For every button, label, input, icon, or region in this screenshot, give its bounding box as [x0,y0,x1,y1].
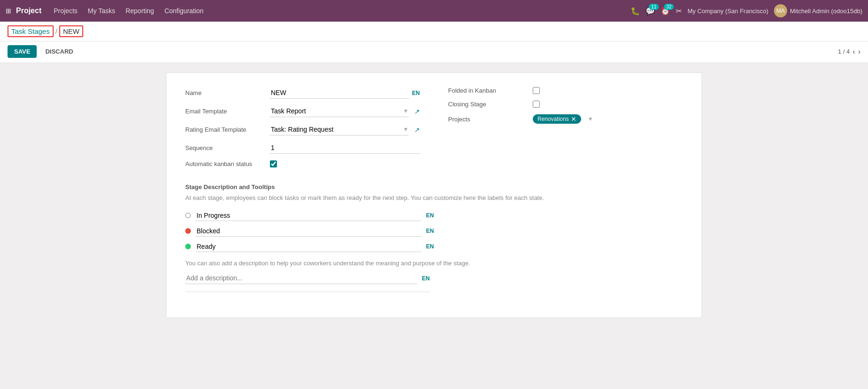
auto-kanban-label: Automatic kanban status [185,160,270,167]
action-bar: SAVE DISCARD 1 / 4 ‹ › [0,41,868,63]
closing-row: Closing Stage [448,101,683,108]
stage-description-section: Stage Description and Tooltips At each s… [185,183,683,292]
folded-checkbox[interactable] [533,87,540,94]
action-buttons: SAVE DISCARD [8,45,78,58]
section-description: At each stage, employees can block tasks… [185,193,683,203]
prev-page-button[interactable]: ‹ [852,48,855,56]
section-title: Stage Description and Tooltips [185,183,683,191]
projects-row: Projects Renovations ✕ ▼ [448,114,683,124]
breadcrumb-bar: Task Stages / NEW [0,22,868,41]
email-template-arrow: ▼ [403,108,409,114]
sequence-input[interactable] [270,142,420,154]
topnav-right: 🐛 💬 11 ⏰ 32 ✂ My Company (San Francisco)… [631,4,862,17]
rating-email-arrow: ▼ [403,126,409,133]
sequence-row: Sequence [185,142,420,154]
form-card: Name EN Email Template Task Report [166,72,702,318]
form-grid: Name EN Email Template Task Report [185,87,683,174]
blocked-dot [185,228,191,234]
save-button[interactable]: SAVE [8,45,37,58]
next-page-button[interactable]: › [858,48,860,56]
in-progress-row: EN [185,210,683,221]
blocked-row: EN [185,226,683,237]
description-hint: You can also add a description to help y… [185,259,683,268]
desc-lang[interactable]: EN [422,275,430,282]
closing-control [533,101,683,108]
nav-reporting[interactable]: Reporting [125,5,155,16]
user-name: Mitchell Admin (odoo15db) [790,8,862,15]
blocked-input[interactable] [196,226,421,237]
nav-links: Projects My Tasks Reporting Configuratio… [53,5,631,16]
folded-row: Folded in Kanban [448,87,683,94]
projects-control: Renovations ✕ ▼ [533,114,683,124]
rating-email-label: Rating Email Template [185,126,270,133]
rating-email-control: Task: Rating Request ▼ ↗ [270,124,420,135]
email-template-external-link[interactable]: ↗ [414,108,420,115]
avatar: MA [774,4,787,17]
in-progress-dot [185,213,191,218]
ready-input[interactable] [196,241,421,252]
auto-kanban-row: Automatic kanban status [185,160,420,167]
email-template-label: Email Template [185,108,270,115]
folded-control [533,87,683,94]
pagination: 1 / 4 ‹ › [838,48,860,56]
nav-configuration[interactable]: Configuration [164,5,205,16]
messages-badge: 11 [649,4,659,10]
blocked-lang[interactable]: EN [426,228,434,234]
name-lang-tag[interactable]: EN [412,90,420,96]
nav-projects[interactable]: Projects [53,5,79,16]
user-menu[interactable]: MA Mitchell Admin (odoo15db) [774,4,862,17]
clock-icon[interactable]: ⏰ 32 [661,7,670,16]
scissors-icon[interactable]: ✂ [676,7,682,16]
email-template-row: Email Template Task Report ▼ ↗ [185,105,420,117]
auto-kanban-checkbox[interactable] [270,160,277,167]
breadcrumb-separator: / [55,27,57,35]
main-content: Name EN Email Template Task Report [0,63,868,327]
projects-tag: Renovations ✕ [533,114,581,124]
messages-icon[interactable]: 💬 11 [646,7,655,16]
ready-row: EN [185,241,683,252]
sequence-label: Sequence [185,144,270,151]
name-control: EN [270,87,420,99]
email-template-control: Task Report ▼ ↗ [270,105,420,117]
left-section: Name EN Email Template Task Report [185,87,420,174]
top-navigation: ⊞ Project Projects My Tasks Reporting Co… [0,0,868,22]
ready-lang[interactable]: EN [426,243,434,250]
grid-icon[interactable]: ⊞ [6,7,11,15]
description-input[interactable] [185,272,417,284]
closing-label: Closing Stage [448,101,533,108]
tag-remove-button[interactable]: ✕ [571,115,576,123]
email-template-select-wrap: Task Report ▼ [270,105,409,117]
closing-checkbox[interactable] [533,101,540,108]
email-template-select[interactable]: Task Report [270,105,401,117]
auto-kanban-control [270,160,420,167]
rating-email-row: Rating Email Template Task: Rating Reque… [185,124,420,135]
rating-email-select[interactable]: Task: Rating Request [270,124,401,135]
discard-button[interactable]: DISCARD [40,45,78,58]
rating-email-external-link[interactable]: ↗ [414,126,420,134]
right-section: Folded in Kanban Closing Stage Projects [448,87,683,174]
bug-icon[interactable]: 🐛 [631,7,640,16]
breadcrumb: Task Stages / NEW [8,25,83,37]
ready-dot [185,244,191,249]
nav-my-tasks[interactable]: My Tasks [87,5,116,16]
name-label: Name [185,89,270,96]
clock-badge: 32 [664,4,674,10]
company-name: My Company (San Francisco) [687,8,768,15]
folded-label: Folded in Kanban [448,87,533,94]
description-row: EN [185,272,430,284]
breadcrumb-current: NEW [59,25,83,37]
in-progress-lang[interactable]: EN [426,212,434,219]
pagination-text: 1 / 4 [838,48,850,55]
name-input[interactable] [270,87,409,99]
app-name[interactable]: Project [16,7,41,15]
sequence-control [270,142,420,154]
projects-label: Projects [448,116,533,123]
rating-email-select-wrap: Task: Rating Request ▼ [270,124,409,135]
breadcrumb-parent[interactable]: Task Stages [8,25,54,37]
projects-dropdown-arrow[interactable]: ▼ [588,116,593,122]
in-progress-input[interactable] [196,210,421,221]
name-row: Name EN [185,87,420,99]
tag-label: Renovations [537,116,569,122]
